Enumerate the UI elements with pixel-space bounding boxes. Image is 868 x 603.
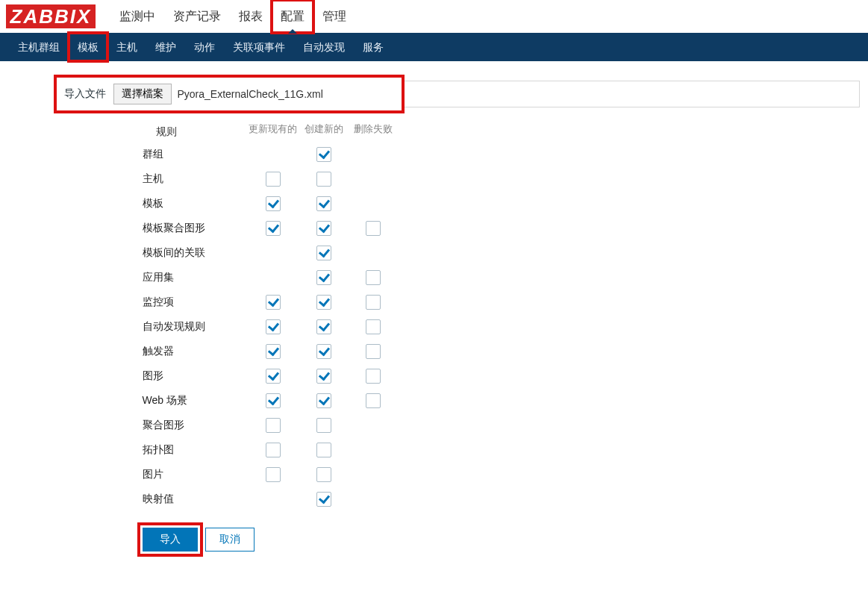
checkbox-create[interactable] [316,467,331,482]
checkbox-update[interactable] [266,443,281,457]
rule-row-6: 监控项 [143,290,860,314]
rule-name: 模板 [143,197,247,210]
rule-row-1: 主机 [143,166,860,191]
header-update: 更新现有的 [247,122,299,136]
logo: ZABBIX [6,4,96,28]
checkbox-delete[interactable] [366,393,381,408]
rule-name: 应用集 [143,271,247,284]
rule-create-cell [299,319,349,334]
rule-row-11: 聚合图形 [143,413,860,437]
rule-create-cell [299,172,349,187]
checkbox-create[interactable] [316,443,331,457]
rule-row-8: 触发器 [143,339,860,363]
rule-delete-cell [349,221,398,236]
subnav-item-6[interactable]: 自动发现 [294,33,354,61]
checkbox-delete[interactable] [366,270,381,285]
checkbox-create[interactable] [316,319,331,334]
rule-name: Web 场景 [143,394,247,407]
rule-name: 聚合图形 [143,419,247,432]
rule-name: 映射值 [143,493,247,506]
sub-nav: 主机群组模板主机维护动作关联项事件自动发现服务 [0,33,868,61]
cancel-button[interactable]: 取消 [205,528,255,552]
rule-name: 模板聚合图形 [143,222,247,235]
subnav-item-5[interactable]: 关联项事件 [224,33,294,61]
rule-update-cell [247,344,299,359]
checkbox-create[interactable] [316,295,331,310]
rule-create-cell [299,147,349,162]
rule-update-cell [247,295,299,310]
rule-delete-cell [349,319,398,334]
rule-create-cell [299,393,349,408]
checkbox-update[interactable] [266,418,281,433]
rule-update-cell [247,319,299,334]
checkbox-update[interactable] [266,196,281,211]
rule-delete-cell [349,270,398,285]
checkbox-create[interactable] [316,221,331,236]
import-file-row: 导入文件 選擇檔案 Pyora_ExternalCheck_11G.xml [54,75,405,113]
checkbox-delete[interactable] [366,369,381,384]
header-create: 创建新的 [299,122,349,136]
form-actions: 导入 取消 [143,528,860,552]
rule-row-7: 自动发现规则 [143,314,860,339]
checkbox-update[interactable] [266,393,281,408]
checkbox-create[interactable] [316,344,331,359]
checkbox-create[interactable] [316,418,331,433]
rule-delete-cell [349,393,398,408]
checkbox-update[interactable] [266,172,281,187]
rule-name: 自动发现规则 [143,320,247,334]
rule-row-9: 图形 [143,363,860,388]
checkbox-update[interactable] [266,467,281,482]
rule-create-cell [299,418,349,433]
rule-create-cell [299,196,349,211]
checkbox-create[interactable] [316,492,331,507]
checkbox-create[interactable] [316,246,331,260]
choose-file-button[interactable]: 選擇檔案 [113,84,172,104]
subnav-item-3[interactable]: 维护 [146,33,185,61]
import-file-label: 导入文件 [57,87,113,101]
rule-row-0: 群组 [143,142,860,166]
topnav-tab-1[interactable]: 资产记录 [164,0,230,33]
checkbox-create[interactable] [316,393,331,408]
rule-update-cell [247,221,299,236]
rule-row-13: 图片 [143,462,860,487]
rule-delete-cell [349,369,398,384]
topnav-tab-0[interactable]: 监测中 [110,0,164,33]
checkbox-delete[interactable] [366,295,381,310]
topnav-tab-4[interactable]: 管理 [313,0,355,33]
checkbox-update[interactable] [266,369,281,384]
rule-name: 触发器 [143,345,247,358]
rule-name: 监控项 [143,296,247,309]
rule-row-12: 拓扑图 [143,437,860,462]
rule-row-4: 模板间的关联 [143,240,860,265]
rule-delete-cell [349,295,398,310]
top-nav: ZABBIX 监测中资产记录报表配置管理 [0,0,868,33]
checkbox-create[interactable] [316,196,331,211]
checkbox-update[interactable] [266,295,281,310]
import-button[interactable]: 导入 [143,528,198,552]
checkbox-create[interactable] [316,147,331,162]
rule-update-cell [247,196,299,211]
rule-create-cell [299,295,349,310]
rule-create-cell [299,344,349,359]
checkbox-delete[interactable] [366,221,381,236]
subnav-item-7[interactable]: 服务 [354,33,393,61]
subnav-item-0[interactable]: 主机群组 [9,33,69,61]
checkbox-delete[interactable] [366,319,381,334]
checkbox-create[interactable] [316,172,331,187]
checkbox-update[interactable] [266,344,281,359]
checkbox-delete[interactable] [366,344,381,359]
topnav-tab-3[interactable]: 配置 [272,0,313,33]
subnav-item-2[interactable]: 主机 [107,33,146,61]
checkbox-update[interactable] [266,221,281,236]
checkbox-update[interactable] [266,319,281,334]
subnav-item-4[interactable]: 动作 [185,33,224,61]
checkbox-create[interactable] [316,270,331,285]
rule-name: 图形 [143,369,247,383]
subnav-item-1[interactable]: 模板 [69,33,107,61]
rule-row-3: 模板聚合图形 [143,216,860,240]
rule-create-cell [299,221,349,236]
topnav-tab-2[interactable]: 报表 [230,0,272,33]
rule-create-cell [299,443,349,457]
rule-update-cell [247,418,299,433]
checkbox-create[interactable] [316,369,331,384]
